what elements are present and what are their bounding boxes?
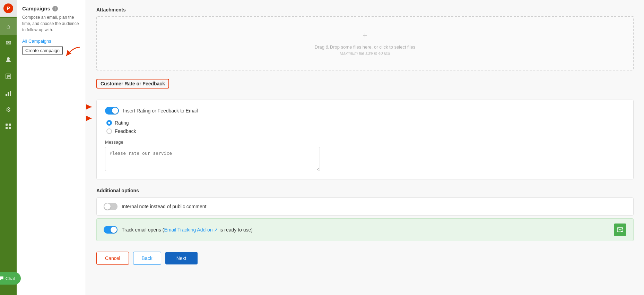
message-label: Message [105, 140, 625, 145]
svg-rect-7 [10, 91, 11, 96]
email-tracking-link[interactable]: Email Tracking Add-on ↗ [164, 227, 218, 233]
dropzone-text: Drag & Drop some files here, or click to… [315, 44, 415, 50]
nav-item-home[interactable]: ⌂ [0, 18, 17, 35]
svg-rect-10 [6, 127, 8, 129]
back-button[interactable]: Back [133, 252, 161, 265]
sidebar: Campaigns i Compose an email, plan the t… [17, 0, 86, 295]
rating-feedback-radio-group: Rating Feedback [105, 120, 625, 134]
email-tracking-icon [614, 224, 626, 236]
customer-rate-section: Customer Rate or Feedback [96, 79, 634, 179]
arrow-annotation [63, 45, 84, 59]
left-navigation: P ⌂ ✉ ⚙ Chat [0, 0, 17, 295]
info-icon[interactable]: i [52, 6, 58, 11]
sidebar-title: Campaigns i [22, 6, 80, 11]
attachments-dropzone[interactable]: + Drag & Drop some files here, or click … [96, 16, 634, 70]
svg-rect-5 [6, 94, 7, 96]
svg-rect-8 [6, 124, 8, 126]
all-campaigns-link[interactable]: All Campaigns [22, 39, 80, 44]
insert-rating-label: Insert Rating or Feedback to Email [123, 108, 198, 113]
rating-label: Rating [115, 120, 129, 126]
track-email-toggle[interactable] [104, 226, 118, 234]
nav-item-apps[interactable] [0, 118, 17, 135]
footer-buttons: Cancel Back Next [96, 252, 634, 272]
customer-rate-header: Customer Rate or Feedback [96, 79, 169, 88]
feedback-label: Feedback [115, 128, 136, 134]
internal-note-option-row: Internal note instead of public comment [96, 197, 634, 216]
cancel-button[interactable]: Cancel [96, 252, 129, 265]
next-button[interactable]: Next [165, 252, 198, 264]
feedback-radio[interactable] [106, 128, 112, 134]
feedback-radio-row: Feedback [106, 128, 625, 134]
chat-label: Chat [6, 276, 15, 281]
dropzone-subtext: Maximum file size is 40 MB [340, 51, 390, 56]
create-campaign-link[interactable]: Create campaign [22, 47, 63, 54]
track-email-label: Track email opens (Email Tracking Add-on… [122, 227, 610, 233]
app-logo: P [0, 0, 17, 17]
rating-radio[interactable] [106, 120, 112, 126]
internal-note-label: Internal note instead of public comment [122, 204, 626, 209]
additional-options-title: Additional options [96, 188, 634, 193]
nav-item-notes[interactable] [0, 68, 17, 85]
nav-item-settings[interactable]: ⚙ [0, 101, 17, 118]
attachments-label: Attachments [96, 7, 634, 12]
insert-rating-toggle[interactable] [105, 107, 119, 115]
svg-rect-11 [9, 127, 11, 129]
logo-icon: P [3, 3, 13, 13]
chat-button[interactable]: Chat [0, 272, 21, 285]
nav-item-email[interactable]: ✉ [0, 35, 17, 51]
track-email-option-row: Track email opens (Email Tracking Add-on… [96, 218, 634, 241]
dropzone-plus-icon: + [363, 31, 367, 40]
svg-rect-6 [8, 92, 9, 96]
nav-item-contacts[interactable] [0, 51, 17, 68]
arrow-annotation-toggle [86, 102, 97, 113]
svg-rect-9 [9, 124, 11, 126]
arrow-annotation-radio [86, 113, 97, 125]
sidebar-description: Compose an email, plan the time, and cho… [22, 14, 80, 33]
svg-point-0 [7, 57, 10, 60]
insert-rating-toggle-row: Insert Rating or Feedback to Email [105, 107, 625, 115]
main-content: Attachments + Drag & Drop some files her… [86, 0, 644, 295]
rating-radio-row: Rating [106, 120, 625, 126]
svg-point-13 [621, 231, 623, 232]
message-input[interactable] [105, 147, 320, 171]
nav-item-reports[interactable] [0, 85, 17, 101]
rate-box: Insert Rating or Feedback to Email Ratin… [96, 100, 634, 179]
internal-note-toggle[interactable] [104, 203, 118, 210]
additional-options-section: Additional options Internal note instead… [96, 188, 634, 241]
